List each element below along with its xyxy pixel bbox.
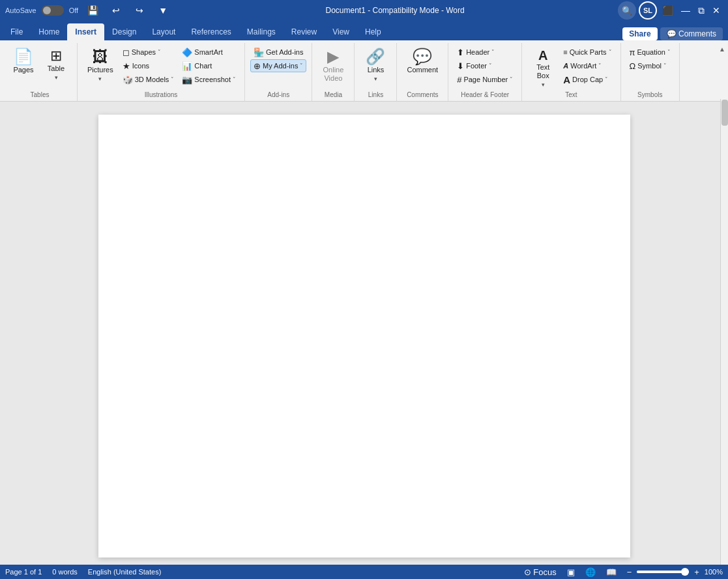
pictures-dropdown-arrow: ▾ [98,76,102,83]
ribbon-group-symbols: π Equation ˅ Ω Symbol ˅ Symbols [621,43,680,101]
comment-icon: 💬 [413,49,432,64]
illustrations-content: 🖼 Pictures ▾ ◻ Shapes ˅ ★ Icons 🎲 3D Mod… [81,43,240,90]
ribbon-group-text: A TextBox ▾ ≡ Quick Parts ˅ A WordArt ˅ … [522,43,620,101]
ribbon-group-tables: 📄 Pages ⊞ Table ▾ Tables [3,43,78,101]
autosave-toggle[interactable] [42,5,64,16]
read-mode-button[interactable]: 📖 [604,566,619,568]
media-content: ▶ OnlineVideo [316,43,350,90]
share-button[interactable]: Share [622,27,657,40]
drop-cap-label: Drop Cap [572,76,603,83]
symbol-label: Symbol [637,62,662,70]
tab-file[interactable]: File [3,23,31,40]
scrollbar-thumb[interactable] [721,100,728,126]
tab-help[interactable]: Help [357,23,389,40]
illustrations-col3: 🔷 SmartArt 📊 Chart 📷 Screenshot ˅ [179,46,239,86]
text-box-icon: A [538,49,547,62]
text-box-button[interactable]: A TextBox ▾ [527,46,559,90]
smartart-button[interactable]: 🔷 SmartArt [179,46,239,59]
text-box-label: TextBox [536,63,549,80]
title-bar: AutoSave Off 💾 ↩ ↪ ▼ Document1 - Compati… [0,0,728,21]
tab-insert[interactable]: Insert [67,23,104,40]
tab-view[interactable]: View [325,23,357,40]
title-bar-right: 🔍 SL ⬛ — ⧉ ✕ [618,1,723,20]
focus-label: Focus [533,567,556,568]
footer-icon: ⬇ [457,61,464,71]
focus-button[interactable]: ⊙ Focus [521,566,559,568]
shapes-button[interactable]: ◻ Shapes ˅ [119,46,178,59]
wordart-label: WordArt [570,62,596,70]
quick-parts-button[interactable]: ≡ Quick Parts ˅ [560,46,615,59]
zoom-out-button[interactable]: − [624,566,635,568]
addins-group-label: Add-ins [267,90,289,101]
equation-label: Equation [637,48,665,56]
ribbon-actions: Share 💬 Comments [622,27,728,40]
media-group-label: Media [325,90,342,101]
table-button[interactable]: ⊞ Table ▾ [40,46,72,90]
collapse-ribbon[interactable]: ▲ [719,43,728,101]
ribbon-display-button[interactable]: ⬛ [660,3,676,18]
minimize-button[interactable]: — [678,3,693,18]
web-layout-button[interactable]: 🌐 [583,566,598,568]
tab-layout[interactable]: Layout [144,23,183,40]
links-label: Links [368,66,385,74]
ribbon-group-links: 🔗 Links ▾ Links [355,43,397,101]
online-video-button[interactable]: ▶ OnlineVideo [317,46,349,90]
my-addins-icon: ⊕ [254,61,261,71]
pictures-button[interactable]: 🖼 Pictures ▾ [83,46,118,90]
footer-label: Footer [466,62,487,70]
search-button[interactable]: 🔍 [618,1,636,20]
header-button[interactable]: ⬆ Header ˅ [454,46,516,59]
3d-models-dropdown: ˅ [171,76,174,83]
my-addins-button[interactable]: ⊕ My Add-ins ˅ [250,59,306,72]
get-addins-button[interactable]: 🏪 Get Add-ins [250,46,306,59]
tab-references[interactable]: References [183,23,239,40]
redo-button[interactable]: ↪ [130,1,149,20]
symbols-col: π Equation ˅ Ω Symbol ˅ [626,46,674,72]
page-number-button[interactable]: # Page Number ˅ [454,73,516,86]
restore-button[interactable]: ⧉ [695,3,707,19]
symbol-dropdown: ˅ [663,63,667,69]
my-addins-label: My Add-ins [263,62,298,70]
drop-cap-button[interactable]: A Drop Cap ˅ [560,73,615,86]
comments-content: 💬 Comment [401,43,444,90]
tables-group-label: Tables [31,90,50,101]
print-layout-button[interactable]: ▣ [564,566,577,568]
text-content: A TextBox ▾ ≡ Quick Parts ˅ A WordArt ˅ … [526,43,616,90]
icons-button[interactable]: ★ Icons [119,59,178,72]
screenshot-icon: 📷 [182,75,192,85]
zoom-in-button[interactable]: + [692,566,702,568]
document-area [0,102,728,567]
autosave-knob [43,7,51,14]
comments-button[interactable]: 💬 Comments [660,27,723,40]
links-button[interactable]: 🔗 Links ▾ [360,46,391,90]
header-icon: ⬆ [457,48,464,57]
my-addins-dropdown: ˅ [300,63,303,69]
scrollbar-vertical[interactable] [720,99,728,565]
symbol-button[interactable]: Ω Symbol ˅ [626,59,674,72]
focus-icon: ⊙ [524,567,531,568]
illustrations-group-label: Illustrations [145,90,178,101]
comment-button[interactable]: 💬 Comment [402,46,443,90]
save-button[interactable]: 💾 [83,1,102,20]
screenshot-button[interactable]: 📷 Screenshot ˅ [179,73,239,86]
close-button[interactable]: ✕ [710,3,723,18]
3d-models-button[interactable]: 🎲 3D Models ˅ [119,73,178,86]
tab-review[interactable]: Review [284,23,325,40]
tab-design[interactable]: Design [104,23,144,40]
customize-button[interactable]: ▼ [154,1,172,20]
links-content: 🔗 Links ▾ [358,43,392,90]
undo-button[interactable]: ↩ [107,1,125,20]
pages-button[interactable]: 📄 Pages [8,46,39,90]
header-footer-group-label: Header & Footer [461,90,509,101]
tab-mailings[interactable]: Mailings [239,23,284,40]
text-group-label: Text [565,90,577,101]
chart-button[interactable]: 📊 Chart [179,59,239,72]
avatar[interactable]: SL [639,1,657,20]
wordart-button[interactable]: A WordArt ˅ [560,59,615,72]
pictures-label: Pictures [87,66,113,74]
links-dropdown-arrow: ▾ [374,76,377,83]
document-page[interactable] [98,115,630,558]
tab-home[interactable]: Home [31,23,67,40]
equation-button[interactable]: π Equation ˅ [626,46,674,59]
footer-button[interactable]: ⬇ Footer ˅ [454,59,516,72]
